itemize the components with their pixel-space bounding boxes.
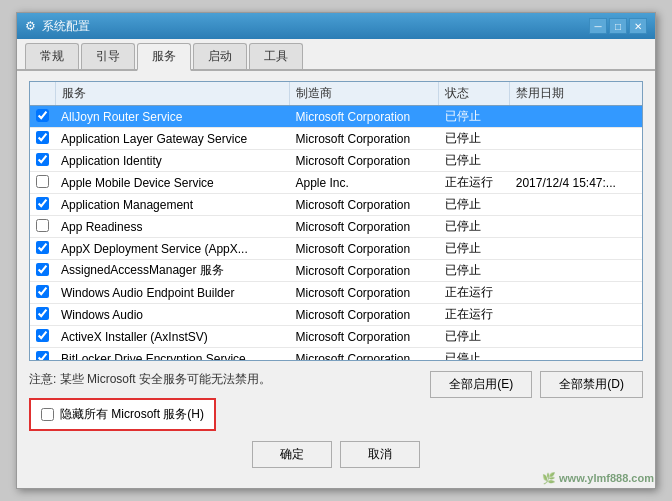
col-header-status: 状态 <box>439 82 510 106</box>
row-service: Application Identity <box>55 150 289 172</box>
table-row[interactable]: Windows Audio Endpoint BuilderMicrosoft … <box>30 282 642 304</box>
services-table: 服务 制造商 状态 禁用日期 AllJoyn Router ServiceMic… <box>30 82 642 361</box>
row-date <box>510 282 642 304</box>
table-row[interactable]: AppX Deployment Service (AppX...Microsof… <box>30 238 642 260</box>
minimize-button[interactable]: ─ <box>589 18 607 34</box>
row-vendor: Apple Inc. <box>289 172 438 194</box>
row-status: 已停止 <box>439 128 510 150</box>
row-status: 正在运行 <box>439 304 510 326</box>
row-date <box>510 260 642 282</box>
row-vendor: Microsoft Corporation <box>289 304 438 326</box>
row-service: Windows Audio <box>55 304 289 326</box>
row-service: App Readiness <box>55 216 289 238</box>
row-date <box>510 238 642 260</box>
titlebar-controls: ─ □ ✕ <box>589 18 647 34</box>
titlebar-title: ⚙ 系统配置 <box>25 18 90 35</box>
tab-bar: 常规 引导 服务 启动 工具 <box>17 39 655 71</box>
maximize-button[interactable]: □ <box>609 18 627 34</box>
row-checkbox-cell <box>30 150 55 172</box>
row-checkbox[interactable] <box>36 351 49 362</box>
content-area: 服务 制造商 状态 禁用日期 AllJoyn Router ServiceMic… <box>17 71 655 488</box>
tab-boot[interactable]: 引导 <box>81 43 135 69</box>
row-service: AssignedAccessManager 服务 <box>55 260 289 282</box>
row-status: 已停止 <box>439 150 510 172</box>
row-status: 已停止 <box>439 348 510 362</box>
row-checkbox[interactable] <box>36 307 49 320</box>
row-date <box>510 326 642 348</box>
row-checkbox[interactable] <box>36 285 49 298</box>
cancel-button[interactable]: 取消 <box>340 441 420 468</box>
tab-tools[interactable]: 工具 <box>249 43 303 69</box>
table-row[interactable]: AllJoyn Router ServiceMicrosoft Corporat… <box>30 106 642 128</box>
row-checkbox[interactable] <box>36 153 49 166</box>
row-date <box>510 304 642 326</box>
row-checkbox-cell <box>30 304 55 326</box>
row-service: AppX Deployment Service (AppX... <box>55 238 289 260</box>
titlebar: ⚙ 系统配置 ─ □ ✕ <box>17 13 655 39</box>
col-header-date: 禁用日期 <box>510 82 642 106</box>
row-checkbox[interactable] <box>36 131 49 144</box>
table-row[interactable]: Application ManagementMicrosoft Corporat… <box>30 194 642 216</box>
row-checkbox-cell <box>30 326 55 348</box>
row-checkbox[interactable] <box>36 329 49 342</box>
row-date <box>510 106 642 128</box>
tab-general[interactable]: 常规 <box>25 43 79 69</box>
row-checkbox[interactable] <box>36 109 49 122</box>
row-vendor: Microsoft Corporation <box>289 194 438 216</box>
row-date <box>510 348 642 362</box>
row-status: 正在运行 <box>439 172 510 194</box>
footer-note: 注意: 某些 Microsoft 安全服务可能无法禁用。 全部启用(E) 全部禁… <box>29 369 643 390</box>
row-checkbox[interactable] <box>36 197 49 210</box>
row-status: 已停止 <box>439 194 510 216</box>
row-date <box>510 216 642 238</box>
tab-services[interactable]: 服务 <box>137 43 191 71</box>
tab-startup[interactable]: 启动 <box>193 43 247 69</box>
row-vendor: Microsoft Corporation <box>289 260 438 282</box>
row-service: BitLocker Drive Encryption Service <box>55 348 289 362</box>
table-row[interactable]: Application IdentityMicrosoft Corporatio… <box>30 150 642 172</box>
row-vendor: Microsoft Corporation <box>289 150 438 172</box>
row-date <box>510 150 642 172</box>
row-checkbox-cell <box>30 348 55 362</box>
row-checkbox[interactable] <box>36 175 49 188</box>
row-status: 已停止 <box>439 216 510 238</box>
table-row[interactable]: Application Layer Gateway ServiceMicroso… <box>30 128 642 150</box>
footer-row: 隐藏所有 Microsoft 服务(H) <box>29 398 643 431</box>
hide-ms-label: 隐藏所有 Microsoft 服务(H) <box>60 406 204 423</box>
table-row[interactable]: ActiveX Installer (AxInstSV)Microsoft Co… <box>30 326 642 348</box>
row-vendor: Microsoft Corporation <box>289 326 438 348</box>
row-vendor: Microsoft Corporation <box>289 282 438 304</box>
disable-all-button[interactable]: 全部禁用(D) <box>540 371 643 398</box>
table-row[interactable]: Windows AudioMicrosoft Corporation正在运行 <box>30 304 642 326</box>
row-checkbox[interactable] <box>36 263 49 276</box>
window-title: 系统配置 <box>42 18 90 35</box>
table-row[interactable]: Apple Mobile Device ServiceApple Inc.正在运… <box>30 172 642 194</box>
close-button[interactable]: ✕ <box>629 18 647 34</box>
row-checkbox-cell <box>30 260 55 282</box>
row-checkbox-cell <box>30 194 55 216</box>
row-checkbox-cell <box>30 128 55 150</box>
row-status: 已停止 <box>439 260 510 282</box>
row-service: Application Management <box>55 194 289 216</box>
table-row[interactable]: App ReadinessMicrosoft Corporation已停止 <box>30 216 642 238</box>
col-header-checkbox <box>30 82 55 106</box>
row-checkbox[interactable] <box>36 219 49 232</box>
ok-button[interactable]: 确定 <box>252 441 332 468</box>
hide-ms-checkbox[interactable] <box>41 408 54 421</box>
row-service: Windows Audio Endpoint Builder <box>55 282 289 304</box>
row-checkbox[interactable] <box>36 241 49 254</box>
row-vendor: Microsoft Corporation <box>289 348 438 362</box>
enable-all-button[interactable]: 全部启用(E) <box>430 371 532 398</box>
table-row[interactable]: BitLocker Drive Encryption ServiceMicros… <box>30 348 642 362</box>
window-icon: ⚙ <box>25 19 36 33</box>
row-status: 正在运行 <box>439 282 510 304</box>
table-row[interactable]: AssignedAccessManager 服务Microsoft Corpor… <box>30 260 642 282</box>
row-date <box>510 128 642 150</box>
row-vendor: Microsoft Corporation <box>289 238 438 260</box>
row-checkbox-cell <box>30 238 55 260</box>
row-service: Apple Mobile Device Service <box>55 172 289 194</box>
row-vendor: Microsoft Corporation <box>289 128 438 150</box>
row-service: ActiveX Installer (AxInstSV) <box>55 326 289 348</box>
row-checkbox-cell <box>30 106 55 128</box>
services-table-container[interactable]: 服务 制造商 状态 禁用日期 AllJoyn Router ServiceMic… <box>29 81 643 361</box>
